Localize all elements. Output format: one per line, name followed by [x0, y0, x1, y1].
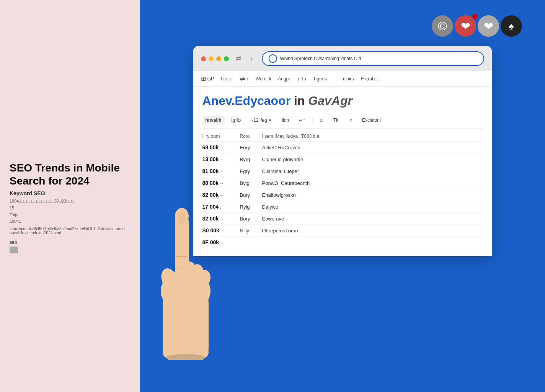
copy-icon[interactable] — [10, 247, 18, 253]
zoom-button[interactable] — [216, 56, 221, 61]
svg-rect-1 — [163, 291, 209, 360]
row-num-7: 32 00k→ — [202, 216, 237, 222]
toolbar-item-te[interactable]: ↑ To — [297, 76, 306, 82]
row-col3-6: Dalywo — [262, 204, 483, 210]
sidebar-title: SEO Trends in Mobile Search for 2024 — [10, 162, 130, 187]
icon-wrapper: ❤ — [455, 15, 476, 37]
nloirs-icon: nloirs — [343, 76, 354, 82]
filter-tab-6[interactable]: Tk — [330, 116, 341, 124]
col-header-1[interactable]: Hry oun↓ — [202, 134, 237, 139]
filter-tab-8[interactable]: Excietoni — [359, 116, 384, 124]
sidebar-meta: 10041□□□□□□□□□□□□□50□22□□□ 15 Taipei 100… — [10, 198, 130, 225]
close-button[interactable] — [201, 56, 206, 61]
row-col3-5: Ehalfowigrosxn — [262, 192, 483, 198]
svg-point-4 — [183, 261, 196, 278]
svg-point-3 — [190, 264, 204, 283]
table-row[interactable]: 68 00k→ Eory ΔvkeD RuCroves — [202, 142, 483, 154]
back-button[interactable]: ⇄ — [233, 53, 244, 64]
svg-rect-7 — [175, 214, 189, 283]
svg-point-9 — [178, 213, 186, 224]
svg-point-12 — [165, 354, 207, 360]
svg-point-0 — [163, 341, 209, 360]
icon-c1: © — [432, 15, 453, 37]
address-text: Wnind Sprotech Qvsarroning ?mats Qitl — [280, 56, 477, 61]
worm-icon: Worn Ji — [256, 76, 271, 82]
filter-tab-2[interactable]: ~12lifeg ▼ — [248, 116, 275, 124]
browser-chrome: ⇄ › Wnind Sprotech Qvsarroning ?mats Qit… — [193, 46, 492, 71]
filter-tab-4[interactable]: ↩↑ — [296, 116, 308, 124]
toolbar-label-1: ψΡ — [207, 76, 214, 82]
row-col2-4: Bylg — [240, 180, 259, 186]
table-row[interactable]: 8F 00k→ — [202, 237, 483, 248]
row-num-1: 68 00k→ — [202, 144, 237, 150]
toolbar-item-tiger[interactable]: Tiger↘ — [313, 76, 327, 82]
ral-icon: ⊢◁ral □□ — [361, 76, 380, 82]
table-row[interactable]: 81 00k→ Egry Cllarsinal LJeper — [202, 165, 483, 177]
col-header-2[interactable]: Roro — [240, 134, 259, 139]
filter-tab-3[interactable]: lion — [279, 116, 292, 124]
row-num-5: 82 00k→ — [202, 192, 237, 198]
svg-point-8 — [175, 208, 189, 225]
table-row[interactable]: 13 00k→ Byrg Clgnei-lo ptolynrke — [202, 154, 483, 165]
address-bar[interactable]: Wnind Sprotech Qvsarroning ?mats Qitl — [262, 51, 484, 66]
table-row[interactable]: 80 00k→ Bylg PonwΩ_Caurapednth — [202, 177, 483, 189]
browser-circle-icon — [269, 54, 277, 63]
fullscreen-button[interactable] — [224, 56, 229, 61]
toolbar-separator — [335, 75, 335, 82]
row-col2-7: Bory — [240, 216, 259, 222]
row-col2-3: Egry — [240, 168, 259, 174]
toolbar-label-3: ↑ — [246, 76, 249, 82]
toolbar-item-3[interactable]: ⇌ ↑ — [240, 75, 249, 82]
toolbar-item-augpr[interactable]: Augpr — [278, 76, 290, 82]
svg-point-6 — [158, 266, 181, 293]
table-header: Hry oun↓ Roro I sem IMey iludya↓ T003 b … — [202, 131, 483, 142]
row-col2-2: Byrg — [240, 157, 259, 162]
content-title-part1: Anev.Edycaoor — [202, 94, 291, 108]
browser-toolbar: ⊞ ψΡ b s z↓ ⇌ ↑ Worn Ji Augpr ↑ To Tiger… — [193, 71, 492, 87]
sidebar-tag: seo — [10, 240, 130, 245]
content-title: Anev.Edycaoor in GavAgr — [202, 94, 483, 108]
sidebar: SEO Trends in Mobile Search for 2024 Key… — [0, 0, 140, 392]
top-icons: © ❤ ❤ ♠ — [432, 15, 522, 37]
toolbar-item-ral[interactable]: ⊢◁ral □□ — [361, 76, 380, 82]
toolbar-item-worm[interactable]: Worn Ji — [256, 76, 271, 82]
toolbar-label-te: To — [301, 76, 306, 82]
icon-c4: ♠ — [501, 15, 522, 37]
row-col3-4: PonwΩ_Caurapednth — [262, 180, 483, 186]
filter-tab-0[interactable]: hnvalih — [202, 116, 225, 124]
table-row[interactable]: S0 00k→ Nilly OhrepemsTurare — [202, 225, 483, 237]
table-row[interactable]: 17 004↓ Rylg Dalywo — [202, 201, 483, 213]
toolbar-item-1[interactable]: ⊞ ψΡ — [201, 75, 214, 82]
table-row[interactable]: 82 00k→ Bury Ehalfowigrosxn — [202, 189, 483, 201]
filter-tab-7[interactable]: ↗ — [345, 116, 355, 124]
row-col3-3: Cllarsinal LJeper — [262, 168, 483, 174]
svg-point-2 — [161, 270, 210, 312]
toolbar-item-nloirs[interactable]: nloirs — [343, 76, 354, 82]
row-col3-7: Eowerave — [262, 216, 483, 222]
filter-tab-5[interactable]: □ — [317, 116, 326, 124]
tiger-icon: Tiger↘ — [313, 76, 327, 82]
row-col2-6: Rylg — [240, 204, 259, 210]
filter-tab-1[interactable]: lg↑lb — [228, 116, 244, 124]
grid-icon: ⊞ — [201, 75, 206, 82]
icon-c3: ❤ — [478, 15, 499, 37]
browser-content: Anev.Edycaoor in GavAgr hnvalih lg↑lb ~1… — [193, 87, 492, 256]
red-dot — [472, 14, 478, 19]
row-num-8: S0 00k→ — [202, 227, 237, 234]
svg-point-5 — [199, 270, 210, 285]
row-col2-1: Eory — [240, 145, 259, 150]
sidebar-url: https://pub-5c454f571b8e40a3a2aad27ade84… — [10, 227, 130, 235]
row-col2-5: Bury — [240, 192, 259, 198]
row-num-2: 13 00k→ — [202, 156, 237, 162]
refresh-icon: ⇌ — [240, 75, 245, 82]
col-header-3[interactable]: I sem IMey iludya↓ T003 b a — [262, 134, 483, 139]
forward-button[interactable]: › — [246, 53, 257, 64]
toolbar-item-2[interactable]: b s z↓ — [221, 76, 233, 82]
row-num-4: 80 00k→ — [202, 180, 237, 186]
minimize-button[interactable] — [209, 56, 214, 61]
row-num-3: 81 00k→ — [202, 168, 237, 174]
row-col3-1: ΔvkeD RuCroves — [262, 145, 483, 150]
content-title-part3: GavAgr — [308, 94, 352, 108]
table-row[interactable]: 32 00k→ Bory Eowerave — [202, 213, 483, 225]
filter-tabs: hnvalih lg↑lb ~12lifeg ▼ lion ↩↑ | □ Tk … — [202, 114, 483, 129]
